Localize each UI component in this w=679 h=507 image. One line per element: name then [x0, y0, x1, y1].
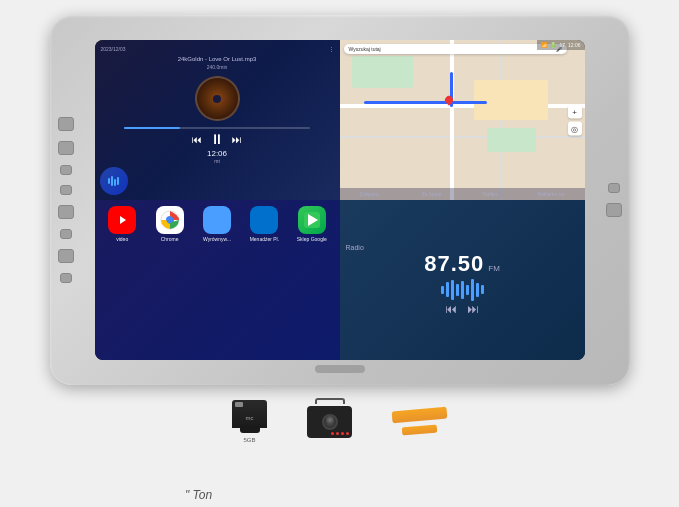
svg-rect-2 — [114, 179, 116, 186]
folder2-icon — [250, 206, 278, 234]
music-day: mt — [101, 158, 334, 164]
app-video[interactable]: video — [101, 206, 144, 354]
music-progress-bar[interactable] — [124, 127, 310, 129]
app-chrome[interactable]: Chrome — [148, 206, 191, 354]
sd-card-brand: mc — [246, 415, 254, 421]
map-road-horizontal — [340, 104, 585, 108]
map-search-bar[interactable]: Wyszukaj tutaj 🎤 — [344, 44, 567, 54]
product-container: 2023/12/03 ⋮ 24kGoldn - Love Or Lust.mp3… — [0, 0, 679, 507]
sd-card-chip — [235, 402, 243, 407]
app-folder1[interactable]: Wyrównyw... — [195, 206, 238, 354]
map-zoom-in[interactable]: + — [568, 105, 582, 119]
music-progress-fill — [124, 127, 180, 129]
camera-bracket — [315, 398, 345, 404]
chrome-label: Chrome — [161, 236, 179, 242]
side-button-5[interactable] — [58, 205, 74, 219]
apps-panel[interactable]: video Chrome — [95, 200, 340, 360]
map-nav-extra[interactable]: Reklamu no — [538, 191, 565, 197]
wave-bar-1 — [441, 286, 444, 294]
side-button-2[interactable] — [58, 141, 74, 155]
equalizer-button[interactable] — [100, 167, 128, 195]
touch-button[interactable] — [315, 365, 365, 373]
chrome-icon — [156, 206, 184, 234]
sd-card-notch — [240, 425, 260, 433]
video-label: video — [116, 236, 128, 242]
map-road-vertical-2 — [499, 40, 501, 200]
wave-bar-4 — [456, 284, 459, 296]
camera-led-1 — [331, 432, 334, 435]
battery-level: 17 — [559, 42, 565, 48]
right-button-1[interactable] — [608, 183, 620, 193]
camera-led-4 — [346, 432, 349, 435]
prev-button[interactable]: ⏮ — [192, 134, 202, 145]
map-nav-settings[interactable]: Trafika — [482, 191, 497, 197]
map-location[interactable]: ◎ — [568, 122, 582, 136]
radio-next-button[interactable]: ⏭ — [467, 302, 479, 316]
map-road-vertical — [450, 40, 454, 200]
app-playstore[interactable]: Sklep Google — [290, 206, 333, 354]
music-time: 12:06 — [101, 149, 334, 158]
side-button-6[interactable] — [60, 229, 72, 239]
music-controls[interactable]: ⏮ ⏸ ⏭ — [101, 131, 334, 147]
sd-card-body: mc — [232, 400, 267, 428]
radio-prev-button[interactable]: ⏮ — [445, 302, 457, 316]
music-header: 2023/12/03 ⋮ — [101, 46, 334, 52]
music-song-title: 24kGoldn - Love Or Lust.mp3 — [101, 56, 334, 62]
next-button[interactable]: ⏭ — [232, 134, 242, 145]
play-pause-button[interactable]: ⏸ — [210, 131, 224, 147]
map-bottom-bar[interactable]: Odtworz.. Za home Trafika Reklamu no — [340, 188, 585, 200]
music-panel[interactable]: 2023/12/03 ⋮ 24kGoldn - Love Or Lust.mp3… — [95, 40, 340, 200]
status-time: 12:06 — [568, 42, 581, 48]
svg-rect-3 — [117, 177, 119, 185]
main-screen[interactable]: 2023/12/03 ⋮ 24kGoldn - Love Or Lust.mp3… — [95, 40, 585, 360]
app-folder2[interactable]: Menadżer Pl. — [243, 206, 286, 354]
radio-label: Radio — [346, 244, 364, 251]
apps-grid: video Chrome — [101, 206, 334, 354]
sd-card-size: 5GB — [243, 437, 255, 443]
pry-tool-wrapper — [392, 409, 447, 434]
map-green-area-1 — [352, 56, 413, 88]
music-date: 2023/12/03 — [101, 46, 126, 52]
radio-panel[interactable]: Radio 87.50 FM — [340, 200, 585, 360]
music-menu-icon[interactable]: ⋮ — [329, 46, 334, 52]
map-road-horizontal-2 — [340, 136, 585, 138]
side-button-7[interactable] — [58, 249, 74, 263]
playstore-icon — [298, 206, 326, 234]
camera-lens — [322, 414, 338, 430]
left-side-buttons — [58, 117, 74, 283]
camera-lens-inner — [326, 416, 334, 424]
bottom-caption: " Ton — [185, 488, 212, 502]
accessories-row: mc 5GB — [0, 400, 679, 443]
map-route — [364, 101, 487, 104]
side-button-4[interactable] — [60, 185, 72, 195]
radio-band: FM — [488, 264, 500, 273]
map-search-text: Wyszukaj tutaj — [349, 46, 381, 52]
battery-icon: 🔋 — [550, 42, 556, 48]
radio-frequency: 87.50 — [424, 251, 484, 277]
folder1-icon — [203, 206, 231, 234]
music-duration: 240.0min — [101, 64, 334, 70]
radio-freq-display: 87.50 FM — [424, 251, 500, 277]
map-panel[interactable]: Wyszukaj tutaj 🎤 + ◎ 📶 🔋 17 12:06 — [340, 40, 585, 200]
right-button-2[interactable] — [606, 203, 622, 217]
map-nav-info[interactable]: Za home — [422, 191, 442, 197]
svg-rect-1 — [111, 176, 113, 186]
folder1-label: Wyrównyw... — [203, 236, 231, 242]
wave-bar-6 — [466, 285, 469, 295]
camera-led-2 — [336, 432, 339, 435]
camera-body — [307, 406, 352, 438]
map-marker — [445, 96, 453, 104]
map-nav-overview[interactable]: Odtworz.. — [360, 191, 381, 197]
status-bar: 📶 🔋 17 12:06 — [537, 40, 584, 50]
sd-card-wrapper: mc — [232, 400, 267, 428]
wave-bar-7 — [471, 279, 474, 301]
camera-leds — [331, 432, 349, 435]
radio-controls[interactable]: ⏮ ⏭ — [445, 302, 479, 316]
sd-card-accessory: mc 5GB — [232, 400, 267, 443]
wave-bar-5 — [461, 281, 464, 299]
playstore-label: Sklep Google — [297, 236, 327, 242]
side-button-1[interactable] — [58, 117, 74, 131]
side-button-8[interactable] — [60, 273, 72, 283]
video-icon — [108, 206, 136, 234]
side-button-3[interactable] — [60, 165, 72, 175]
